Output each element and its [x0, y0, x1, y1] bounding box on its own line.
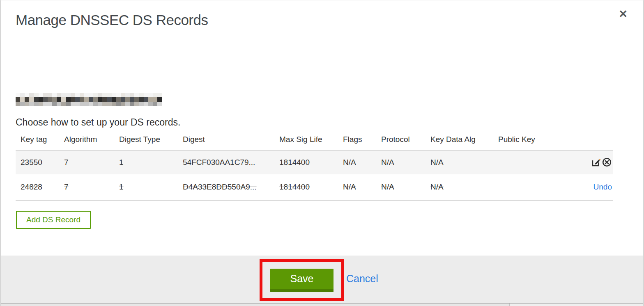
cell-algorithm: 7	[64, 158, 69, 167]
page-bottom-strip	[1, 303, 643, 306]
save-button[interactable]: Save	[270, 269, 334, 292]
edit-record-icon[interactable]	[591, 157, 601, 167]
cell-protocol: N/A	[381, 183, 394, 191]
cell-key-tag: 23550	[21, 158, 42, 167]
col-header-key-data-alg: Key Data Alg	[430, 135, 498, 151]
col-header-digest-type: Digest Type	[119, 135, 183, 151]
add-ds-record-button[interactable]: Add DS Record	[16, 211, 91, 229]
col-header-digest: Digest	[183, 135, 279, 151]
cell-digest: D4A33E8DD550A9...	[183, 183, 257, 191]
red-highlight-annotation: Save	[260, 259, 344, 301]
delete-record-icon[interactable]	[602, 157, 612, 167]
cell-key-tag: 24828	[21, 183, 42, 191]
cell-algorithm: 7	[64, 183, 69, 191]
page-title: Manage DNSSEC DS Records	[16, 12, 208, 28]
bottom-strip-right	[510, 304, 643, 306]
ds-records-table: Key tag Algorithm Digest Type Digest Max…	[16, 135, 613, 201]
manage-dnssec-modal: { "modal": { "title": "Manage DNSSEC DS …	[0, 0, 644, 306]
cell-key-data-alg: N/A	[430, 183, 444, 191]
bottom-strip-divider	[509, 304, 510, 306]
col-header-public-key: Public Key	[498, 135, 580, 151]
modal-footer: Save Cancel	[1, 256, 643, 304]
cell-protocol: N/A	[381, 158, 394, 167]
cell-flags: N/A	[343, 183, 356, 191]
cell-digest-type: 1	[119, 158, 124, 167]
cell-key-data-alg: N/A	[430, 158, 444, 167]
instructions-text: Choose how to set up your DS records.	[16, 117, 180, 128]
cell-max-sig-life: 1814400	[279, 183, 310, 191]
col-header-protocol: Protocol	[381, 135, 430, 151]
col-header-max-sig-life: Max Sig Life	[279, 135, 343, 151]
col-header-actions	[580, 135, 613, 151]
cell-digest: 54FCF030AA1C79...	[183, 158, 255, 167]
table-row-deleted: 24828 7 1 D4A33E8DD550A9... 1814400 N/A …	[16, 174, 613, 201]
col-header-flags: Flags	[343, 135, 381, 151]
col-header-key-tag: Key tag	[16, 135, 64, 151]
close-icon[interactable]: ✕	[619, 9, 628, 19]
undo-link[interactable]: Undo	[593, 183, 612, 191]
redacted-domain-name	[16, 93, 162, 106]
cell-max-sig-life: 1814400	[279, 158, 310, 167]
cell-digest-type: 1	[119, 183, 124, 191]
cancel-link[interactable]: Cancel	[346, 273, 378, 285]
cell-flags: N/A	[343, 158, 356, 167]
table-header-row: Key tag Algorithm Digest Type Digest Max…	[16, 135, 613, 151]
table-row: 23550 7 1 54FCF030AA1C79... 1814400 N/A …	[16, 151, 613, 174]
col-header-algorithm: Algorithm	[64, 135, 119, 151]
